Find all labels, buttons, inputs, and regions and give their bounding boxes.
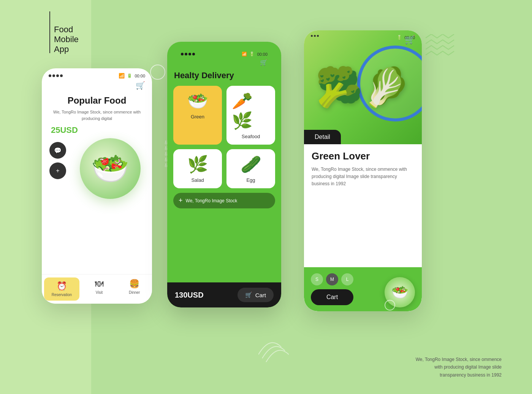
phone3-content: Green Lover We, TongRo Image Stock, sinc… [304,144,422,200]
dot4 [60,74,63,77]
phone1-content: Popular Food We, TongRo Image Stock, sin… [42,91,152,199]
seafood-emoji: 🥕🌿 [232,91,270,131]
visit-icon: 🍽 [95,279,103,289]
cart-plus-icon: + [179,197,183,205]
reservation-label: Reservation [52,293,72,297]
cart-icon-2[interactable]: 🛒 [260,59,268,66]
brand-line1: Food [54,25,79,35]
signal-dots [49,74,63,77]
small-circle-deco [385,300,395,310]
add-button[interactable]: + [49,162,66,179]
curve-decoration [258,332,289,364]
food-image-area: 💬 + 🥗 [49,138,144,199]
bottom-right-text: We, TongRo Image Stock, since ommence wi… [416,356,502,379]
dot2-1 [181,53,184,55]
bottom-nav-1: ⏰ Reservation 🍽 Visit 🍔 Dinner [42,274,152,304]
phone3-image: 🥦🥬 🔋 00:00 🛒 Detail [304,30,422,144]
brand-text: Food Mobile App [54,25,79,54]
dinner-label: Dinner [129,290,140,295]
nav-dinner[interactable]: 🍔 Dinner [117,274,152,304]
food-price: 25USD [49,125,144,135]
action-buttons: 💬 + [49,142,66,179]
egg-card[interactable]: 🥒 Egg [226,149,275,188]
cart-button-3[interactable]: Cart [311,289,353,305]
size-m[interactable]: M [326,273,338,285]
bottom-text-1: We, TongRo Image Stock, since ommence [416,356,502,363]
green-lover-title: Green Lover [312,150,414,162]
popular-food-title: Popular Food [49,95,144,106]
salad-card[interactable]: 🌿 Salad [173,149,222,188]
battery-icon-3: 🔋 [397,35,402,40]
cart-bar[interactable]: + We, TongRo Image Stock [173,193,275,208]
dot2-3 [188,53,191,55]
visit-label: Visit [96,290,103,295]
status-right-2: 📶 🔋 00:00 [242,52,268,57]
brand-line3: App [54,44,79,54]
reservation-icon: ⏰ [57,281,67,291]
nav-reservation[interactable]: ⏰ Reservation [44,277,79,301]
battery-icon: 🔋 [127,73,132,78]
food-emoji: 🥗 [91,151,129,186]
total-price: 130USD [175,291,204,299]
cart-icon-3[interactable]: 🛒 [405,35,415,45]
time-1: 00:00 [135,74,145,78]
salad-label: Salad [191,177,204,183]
egg-emoji: 🥒 [241,154,261,174]
status-bar-2: 📶 🔋 00:00 [174,47,274,59]
phone-popular-food: 📶 🔋 00:00 🛒 Popular Food We, TongRo Imag… [42,68,152,304]
size-s[interactable]: S [311,273,323,285]
cart-bar-text: We, TongRo Image Stock [186,198,238,203]
egg-label: Egg [246,177,255,183]
food-image-circle: 🥗 [80,138,141,199]
dot1 [49,74,51,77]
wifi-icon-2: 📶 [242,52,247,57]
size-l[interactable]: L [341,273,353,285]
healty-delivery-title: Healty Delivery [167,68,281,86]
circle-decoration [150,65,165,80]
cart-button-2[interactable]: 🛒 Cart [238,288,274,302]
seafood-card[interactable]: 🥕🌿 Seafood [226,86,275,145]
dinner-icon: 🍔 [129,279,139,289]
green-emoji: 🥗 [187,91,208,111]
green-card[interactable]: 🥗 Green [173,86,222,145]
popular-food-desc: We, TongRo Image Stock, since ommence wi… [49,109,144,121]
dot2-2 [185,53,187,55]
phone-healty-delivery: 📶 🔋 00:00 🛒 Healty Delivery 🥗 Green 🥕🌿 S… [167,42,281,307]
green-lover-desc: We, TongRo Image Stock, since ommence wi… [312,166,414,188]
phone3-bottom: S M L Cart 🥗 [304,267,422,311]
vertical-line [49,11,50,53]
veggie-display: 🥦🥬 [315,65,410,110]
phone3-status: 🔋 00:00 [304,35,422,40]
status-right-1: 📶 🔋 00:00 [119,73,145,79]
detail-badge: Detail [304,130,341,144]
green-label: Green [191,114,204,120]
salad-emoji: 🌿 [187,154,208,174]
time-2: 00:00 [257,52,268,57]
phone2-bottom: 130USD 🛒 Cart [167,282,281,307]
phone-green-lover: 🥦🥬 🔋 00:00 🛒 Detail Green Lover We, Tong… [304,30,422,311]
dot2-4 [192,53,195,55]
dot2 [52,74,55,77]
signal-dots-2 [181,53,195,55]
seafood-label: Seafood [242,134,260,139]
nav-visit[interactable]: 🍽 Visit [82,274,117,304]
message-button[interactable]: 💬 [49,142,66,159]
food-grid: 🥗 Green 🥕🌿 Seafood 🌿 Salad 🥒 Egg [167,86,281,188]
zigzag-decoration-right [426,34,456,58]
bottom-text-2: with producing digital Image slide [416,363,502,371]
bottom-text-3: transparency business in 1992 [416,371,502,379]
battery-icon-2: 🔋 [249,52,255,57]
wifi-icon: 📶 [119,73,125,79]
phone2-header: 📶 🔋 00:00 🛒 [167,42,281,68]
status-bar-1: 📶 🔋 00:00 [42,68,152,81]
phone3-dots [311,35,319,40]
size-options: S M L [311,273,353,285]
dot3 [56,74,59,77]
brand-line2: Mobile [54,35,79,44]
cart-icon-1[interactable]: 🛒 [42,81,152,91]
